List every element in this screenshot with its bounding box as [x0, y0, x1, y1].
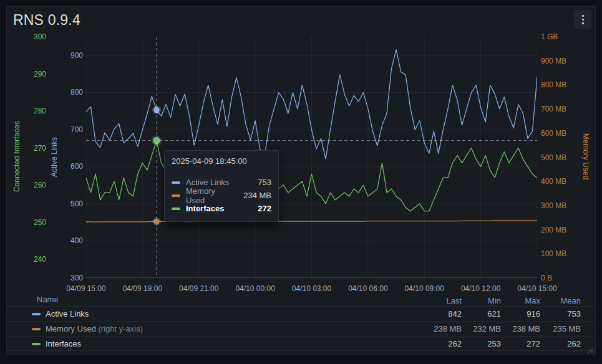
axis-tick-label: 300 [7, 273, 83, 283]
series-swatch-interfaces [32, 343, 41, 345]
axis-tick-label: 0 B [541, 273, 597, 283]
legend-header-name[interactable]: Name [37, 295, 59, 304]
axis-tick-label: 800 [7, 87, 83, 97]
axis-tick-label: 300 MB [541, 201, 597, 211]
axis-tick-label: 600 MB [541, 128, 597, 138]
axis-tick-label: 900 MB [541, 56, 597, 66]
axis-tick-label: 290 [7, 69, 46, 79]
axis-tick-label: 400 MB [541, 176, 597, 186]
tooltip-series-value: 753 [258, 178, 271, 187]
legend-table: Name Last Min Max Mean Active Links 842 … [7, 294, 595, 351]
axis-tick-label: 1 GB [541, 32, 597, 42]
axis-tick-label: 300 [7, 32, 46, 42]
legend-value-mean: 235 MB [531, 324, 581, 333]
tooltip-timestamp: 2025-04-09 18:45:00 [165, 151, 278, 171]
tooltip-series-value: 272 [258, 204, 271, 213]
legend-series-name[interactable]: Memory Used (right y-axis) [46, 324, 143, 333]
legend-row-interfaces[interactable]: Interfaces 262 253 272 262 [7, 336, 595, 351]
x-axis-tick-label: 04/09 18:00 [114, 284, 170, 294]
panel-title: RNS 0.9.4 [13, 12, 80, 29]
axis-tick-label: 500 MB [541, 153, 597, 163]
axis-tick-label: 600 [7, 161, 83, 171]
axis-tick-label: 400 [7, 236, 83, 246]
legend-series-label: Memory Used [46, 324, 96, 333]
x-axis-tick-label: 04/10 03:00 [284, 284, 340, 294]
legend-header-row: Name Last Min Max Mean [7, 294, 595, 306]
x-axis-tick-label: 04/10 06:00 [340, 284, 396, 294]
legend-value-mean: 753 [531, 309, 581, 318]
x-axis-tick-label: 04/09 21:00 [171, 284, 227, 294]
x-axis-tick-label: 04/10 00:00 [227, 284, 283, 294]
tooltip-series-name: Memory Used [186, 186, 235, 205]
axis-tick-label: 250 [7, 218, 46, 228]
tooltip-row: Interfaces 272 [172, 202, 271, 215]
series-swatch-memory-used [32, 328, 41, 330]
panel-menu-icon[interactable] [574, 10, 591, 29]
grafana-panel: RNS 0.9.4 Connected Interfaces Active Li… [6, 6, 596, 355]
axis-tick-label: 280 [7, 106, 46, 116]
axis-tick-label: 270 [7, 143, 46, 153]
axis-tick-label: 260 [7, 180, 46, 190]
legend-row-memory-used[interactable]: Memory Used (right y-axis) 238 MB 232 MB… [7, 321, 595, 336]
legend-series-name[interactable]: Interfaces [46, 339, 81, 348]
tooltip-row: Memory Used 234 MB [172, 189, 271, 202]
legend-series-suffix: (right y-axis) [96, 324, 143, 333]
x-axis-tick-label: 04/09 15:00 [58, 284, 114, 294]
legend-value-mean: 262 [531, 339, 581, 348]
tooltip-series-name: Interfaces [186, 204, 249, 213]
tooltip-series-value: 234 MB [243, 191, 271, 200]
axis-tick-label: 100 MB [541, 249, 597, 259]
series-swatch-active-links [32, 313, 41, 315]
axis-tick-label: 500 [7, 199, 83, 209]
axis-tick-label: 700 [7, 125, 83, 135]
axis-tick-label: 240 [7, 254, 46, 264]
axis-tick-label: 700 MB [541, 104, 597, 114]
x-axis-tick-label: 04/10 12:00 [453, 284, 509, 294]
legend-row-active-links[interactable]: Active Links 842 621 916 753 [7, 306, 595, 321]
legend-series-label: Active Links [46, 309, 89, 318]
timeseries-plot[interactable] [86, 37, 537, 278]
hover-tooltip: 2025-04-09 18:45:00 Active Links 753 Mem… [164, 150, 279, 222]
series-swatch-active-links [172, 181, 180, 184]
x-axis-tick-label: 04/10 15:00 [509, 284, 565, 294]
legend-series-name[interactable]: Active Links [46, 309, 89, 318]
axis-tick-label: 800 MB [541, 80, 597, 90]
axis-tick-label: 900 [7, 50, 83, 60]
x-axis-tick-label: 04/10 09:00 [396, 284, 452, 294]
panel-resize-handle[interactable] [586, 346, 594, 353]
legend-series-label: Interfaces [46, 339, 81, 348]
series-swatch-memory-used [172, 194, 180, 197]
series-swatch-interfaces [172, 208, 180, 210]
legend-header-mean[interactable]: Mean [531, 296, 581, 305]
axis-tick-label: 200 MB [541, 225, 597, 235]
